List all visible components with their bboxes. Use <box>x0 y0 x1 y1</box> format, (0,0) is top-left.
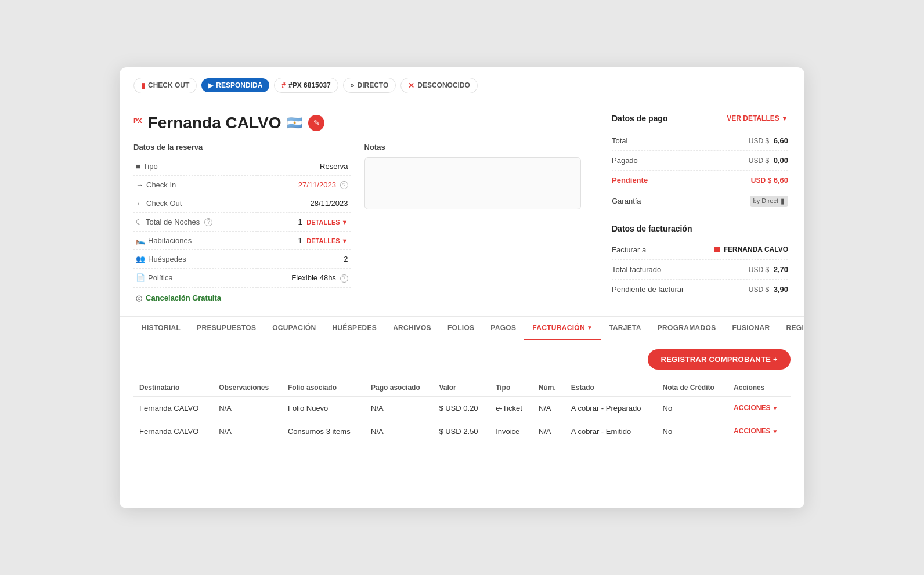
cancelacion-row: ◎ Cancelación Gratuita <box>133 288 351 305</box>
cell-0-0: Fernanda CALVO <box>133 396 213 420</box>
habitaciones-label: 🛌 Habitaciones <box>133 232 257 249</box>
facturacion-section: Datos de facturación Facturar a FERNANDA… <box>612 224 788 299</box>
desconocido-badge[interactable]: ✕ DESCONOCIDO <box>400 78 478 93</box>
tab-tarjeta[interactable]: TARJETA <box>601 317 649 340</box>
tab-fusionar[interactable]: FUSIONAR <box>724 317 778 340</box>
px-id-label: #PX 6815037 <box>288 81 331 89</box>
payment-title: Datos de pago <box>612 114 667 123</box>
politica-icon: 📄 <box>136 273 145 282</box>
acciones-arrow-icon-1: ▼ <box>772 428 778 435</box>
acciones-arrow-icon-0: ▼ <box>772 405 778 411</box>
cell-1-8: No <box>657 420 728 443</box>
cell-1-4: $ USD 2.50 <box>433 420 490 443</box>
checkout-badge[interactable]: ▮ CHECK OUT <box>133 78 197 93</box>
checkin-help-icon[interactable]: ? <box>340 181 348 189</box>
col-nota-de-crédito: Nota de Crédito <box>657 379 728 397</box>
desconocido-x-icon: ✕ <box>408 81 414 90</box>
col-pago-asociado: Pago asociado <box>365 379 433 397</box>
notas-title: Notas <box>364 143 582 151</box>
noches-details-link[interactable]: DETALLES ▼ <box>306 219 348 226</box>
checkout-row: ← Check Out 28/11/2023 <box>133 194 351 213</box>
cell-1-0: Fernanda CALVO <box>133 420 213 443</box>
respondida-badge[interactable]: ▶ RESPONDIDA <box>201 78 269 92</box>
checkin-date: 27/11/2023 <box>298 180 336 189</box>
total-fact-label: Total facturado <box>612 265 661 274</box>
tab-dropdown-arrow: ▼ <box>587 324 593 331</box>
pendiente-fact-label: Pendiente de facturar <box>612 285 684 294</box>
respondida-label: RESPONDIDA <box>216 81 262 89</box>
notas-section: Notas <box>364 143 582 305</box>
ver-detalles-link[interactable]: VER DETALLES ▼ <box>727 114 788 122</box>
tab-facturacion[interactable]: FACTURACIÓN ▼ <box>524 317 601 340</box>
facturas-table-body: Fernanda CALVON/AFolio NuevoN/A$ USD 0.2… <box>133 396 791 443</box>
col-tipo: Tipo <box>490 379 533 397</box>
acciones-cell-0[interactable]: ACCIONES ▼ <box>728 396 791 420</box>
tab-ocupacion[interactable]: OCUPACIÓN <box>264 317 324 340</box>
tab-presupuestos[interactable]: PRESUPUESTOS <box>189 317 264 340</box>
cell-0-3: N/A <box>365 396 433 420</box>
noches-row: ☾ Total de Noches ? 1 DETALLES ▼ <box>133 213 351 232</box>
politica-help-icon[interactable]: ? <box>340 274 348 283</box>
facturar-red-square-icon <box>714 247 720 252</box>
noches-label: ☾ Total de Noches ? <box>133 213 257 231</box>
habitaciones-row: 🛌 Habitaciones 1 DETALLES ▼ <box>133 232 351 250</box>
habitaciones-details-link[interactable]: DETALLES ▼ <box>306 237 348 244</box>
pendiente-row: Pendiente USD $ 6,60 <box>612 171 788 190</box>
reserva-section: Datos de la reserva ■ Tipo Reserva <box>133 143 351 305</box>
reserva-table: ■ Tipo Reserva → Check In <box>133 157 351 288</box>
edit-button[interactable]: ✎ <box>308 115 324 131</box>
col-destinatario: Destinatario <box>133 379 213 397</box>
desconocido-label: DESCONOCIDO <box>417 81 470 89</box>
directo-label: DIRECTO <box>357 81 388 89</box>
total-label: Total <box>612 136 627 145</box>
pendiente-label: Pendiente <box>612 176 648 185</box>
tab-pagos[interactable]: PAGOS <box>482 317 524 340</box>
noches-help-icon[interactable]: ? <box>204 218 212 226</box>
cell-1-3: N/A <box>365 420 433 443</box>
checkout-label: CHECK OUT <box>148 81 189 89</box>
left-panel: PX Fernanda CALVO 🇦🇷 ✎ Datos de la reser… <box>120 102 595 316</box>
tipo-row: ■ Tipo Reserva <box>133 157 351 176</box>
cell-1-6: N/A <box>533 420 565 443</box>
politica-row: 📄 Política Flexible 48hs ? <box>133 269 351 288</box>
tab-huespedes[interactable]: HUÉSPEDES <box>324 317 385 340</box>
tab-registro[interactable]: REGISTRO <box>778 317 804 340</box>
huespedes-icon: 👥 <box>136 255 145 263</box>
garantia-label: Garantía <box>612 197 641 205</box>
acciones-button-1[interactable]: ACCIONES ▼ <box>734 427 785 435</box>
checkout-icon: ← <box>136 199 143 208</box>
total-amount: USD $ 6,60 <box>749 136 788 145</box>
pagado-amount: USD $ 0,00 <box>749 156 788 165</box>
directo-badge[interactable]: » DIRECTO <box>343 78 396 93</box>
acciones-button-0[interactable]: ACCIONES ▼ <box>734 404 785 412</box>
directo-arrow-icon: » <box>351 81 355 89</box>
tab-archivos[interactable]: ARCHIVOS <box>385 317 439 340</box>
tab-historial[interactable]: HISTORIAL <box>133 317 189 340</box>
facturar-a-value: FERNANDA CALVO <box>714 245 788 254</box>
col-observaciones: Observaciones <box>213 379 282 397</box>
col-núm.: Núm. <box>533 379 565 397</box>
tabs-bar: HISTORIALPRESUPUESTOSOCUPACIÓNHUÉSPEDESA… <box>120 316 804 340</box>
tab-folios[interactable]: FOLIOS <box>439 317 482 340</box>
noches-icon: ☾ <box>136 218 143 226</box>
register-comprobante-button[interactable]: REGISTRAR COMPROBANTE + <box>648 349 791 370</box>
right-panel: Datos de pago VER DETALLES ▼ Total USD $… <box>595 102 804 316</box>
table-row-1: Fernanda CALVON/AConsumos 3 itemsN/A$ US… <box>133 420 791 443</box>
guest-header: PX Fernanda CALVO 🇦🇷 ✎ <box>133 114 581 132</box>
acciones-cell-1[interactable]: ACCIONES ▼ <box>728 420 791 443</box>
facturar-a-label: Facturar a <box>612 245 646 254</box>
main-card: ▮ CHECK OUT ▶ RESPONDIDA # #PX 6815037 »… <box>120 67 804 508</box>
politica-label: 📄 Política <box>133 269 257 287</box>
px-logo: PX <box>133 117 142 128</box>
cell-0-7: A cobrar - Preparado <box>565 396 657 420</box>
payment-header: Datos de pago VER DETALLES ▼ <box>612 114 788 123</box>
px-badge[interactable]: # #PX 6815037 <box>274 78 338 93</box>
garantia-row: Garantía by Direct ▮ <box>612 190 788 212</box>
cell-0-4: $ USD 0.20 <box>433 396 490 420</box>
two-col-section: Datos de la reserva ■ Tipo Reserva <box>133 143 581 305</box>
table-section: REGISTRAR COMPROBANTE + DestinatarioObse… <box>120 340 804 453</box>
cell-0-2: Folio Nuevo <box>282 396 365 420</box>
flag-icon: 🇦🇷 <box>287 115 302 131</box>
tab-programados[interactable]: PROGRAMADOS <box>649 317 724 340</box>
cell-0-1: N/A <box>213 396 282 420</box>
